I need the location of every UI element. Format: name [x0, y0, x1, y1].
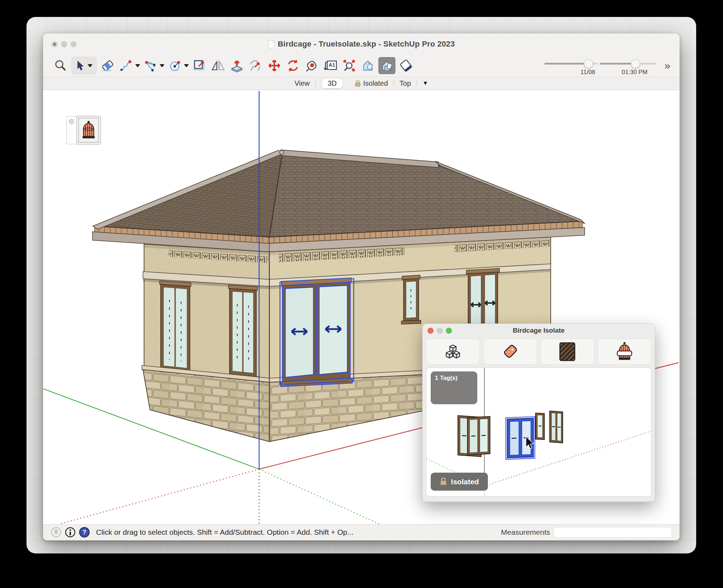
- toolbar: A1 11/08 01:30 PM »: [43, 55, 680, 77]
- move-tool[interactable]: [266, 57, 282, 74]
- tag-count-chip[interactable]: 1 Tag(s): [431, 371, 477, 404]
- tag-count-label: 1 Tag(s): [435, 375, 458, 381]
- panel-preview-area[interactable]: 1 Tag(s) Isolated: [426, 368, 651, 497]
- preview-window-far[interactable]: [550, 411, 563, 443]
- components-cubes-icon: [443, 342, 463, 361]
- time-label: 01:30 PM: [622, 69, 647, 76]
- preview-window-small[interactable]: [536, 413, 544, 440]
- date-slider-knob[interactable]: [584, 59, 593, 68]
- toolbar-overflow-chevron[interactable]: »: [664, 60, 670, 71]
- panel-tab-pattern[interactable]: [540, 339, 594, 365]
- flip-tool[interactable]: [210, 57, 226, 74]
- help-icon[interactable]: ?: [79, 527, 90, 538]
- follow-me-tool[interactable]: [247, 57, 264, 74]
- preview-window-selected[interactable]: [506, 417, 535, 459]
- panel-tab-components[interactable]: [426, 339, 480, 365]
- date-label: 11/08: [580, 69, 595, 76]
- window-left-1[interactable]: [159, 281, 192, 375]
- rotate-tool[interactable]: [285, 57, 301, 74]
- measurements-input[interactable]: [554, 527, 672, 538]
- dimension-tool[interactable]: A1: [322, 57, 339, 74]
- tab-top[interactable]: Top: [400, 79, 411, 87]
- dropdown-caret[interactable]: [160, 64, 165, 67]
- panel-title: Birdcage Isolate: [513, 327, 565, 334]
- rectangle-tool[interactable]: [191, 57, 208, 74]
- info-icon[interactable]: [65, 527, 76, 538]
- tab-3d-selected[interactable]: 3D: [321, 78, 343, 89]
- document-icon: [268, 40, 275, 48]
- preview-window-2[interactable]: [467, 417, 490, 455]
- tab-isolated[interactable]: Isolated: [355, 79, 388, 87]
- window-small[interactable]: [401, 275, 421, 324]
- isolate-tool-active[interactable]: [378, 57, 395, 74]
- status-bar: ? Click or drag to select objects. Shift…: [43, 524, 680, 540]
- birdcage-isolate-icon: [614, 341, 635, 362]
- dropdown-caret[interactable]: [184, 64, 189, 67]
- thumbnail-dot: [69, 119, 74, 124]
- title-bar: Birdcage - TrueIsolate.skp - SketchUp Pr…: [43, 34, 680, 55]
- geolocation-icon[interactable]: [51, 527, 61, 538]
- scene-thumbnail-widget[interactable]: [66, 116, 101, 145]
- panel-tabs: [423, 337, 655, 368]
- status-hint: Click or drag to select objects. Shift =…: [96, 528, 353, 537]
- dropdown-caret[interactable]: [88, 64, 92, 67]
- birdcage-thumbnail[interactable]: [76, 116, 101, 145]
- lock-icon: [440, 477, 447, 486]
- panel-tab-tags[interactable]: [483, 339, 537, 365]
- svg-text:A1: A1: [329, 62, 335, 68]
- panel-zoom-button[interactable]: [446, 328, 452, 334]
- eraser-tool[interactable]: [100, 57, 116, 74]
- clean-tool[interactable]: [398, 57, 414, 74]
- birdcage-icon: [80, 120, 97, 140]
- time-slider-knob[interactable]: [631, 59, 640, 68]
- window-title: Birdcage - TrueIsolate.skp - SketchUp Pr…: [278, 40, 455, 49]
- lock-icon: [355, 80, 361, 87]
- select-tool[interactable]: [71, 56, 97, 75]
- thumbnail-rail[interactable]: [66, 116, 76, 144]
- dropdown-caret[interactable]: [135, 64, 140, 67]
- panel-close-button[interactable]: [428, 328, 434, 334]
- hatch-pattern-icon: [557, 342, 578, 361]
- tab-view[interactable]: View: [294, 79, 310, 87]
- birdcage-isolate-panel: Birdcage Isolate: [422, 323, 655, 502]
- panel-tab-birdcage[interactable]: [598, 339, 651, 365]
- tape-measure-tool[interactable]: [304, 57, 320, 74]
- panel-title-bar: Birdcage Isolate: [423, 324, 655, 337]
- model-house-tool[interactable]: [360, 57, 376, 74]
- zoom-extents-tool[interactable]: [341, 57, 357, 74]
- isolated-button-label: Isolated: [451, 478, 479, 486]
- freehand-tool[interactable]: [118, 57, 135, 74]
- arc-tool[interactable]: [143, 57, 159, 74]
- tag-icon: [500, 342, 520, 361]
- svg-text:?: ?: [83, 529, 86, 536]
- view-dropdown[interactable]: ▼: [423, 80, 428, 86]
- panel-minimize-button[interactable]: [437, 328, 443, 334]
- isolated-status-button[interactable]: Isolated: [431, 473, 488, 491]
- view-tab-strip: View 3D Isolated Top ▼: [43, 77, 680, 90]
- window-left-2[interactable]: [227, 285, 258, 380]
- circle-tool[interactable]: [167, 57, 183, 74]
- push-pull-tool[interactable]: [229, 57, 245, 74]
- shadow-time-slider[interactable]: 01:30 PM: [600, 57, 656, 74]
- shadow-date-slider[interactable]: 11/08: [544, 57, 597, 74]
- selected-window[interactable]: [280, 278, 354, 387]
- zoom-tool[interactable]: [52, 57, 68, 74]
- measurements-label: Measurements: [501, 528, 550, 537]
